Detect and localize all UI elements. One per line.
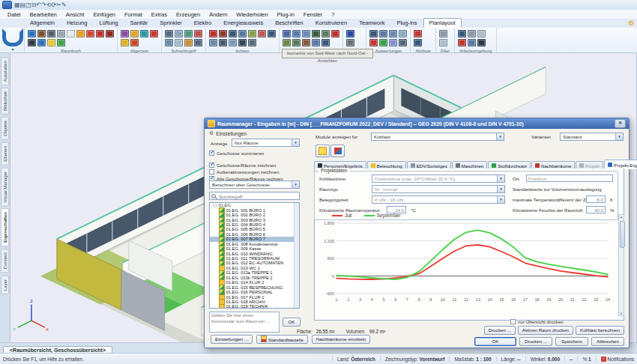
- side-tab[interactable]: Objekte: [1, 117, 9, 140]
- qat-tool-icon[interactable]: ↷: [41, 1, 46, 8]
- ribbon-tool-icon[interactable]: [302, 39, 310, 46]
- einstellungen-button[interactable]: Einstellungen ...: [211, 335, 253, 344]
- checkbox-box[interactable]: [209, 169, 214, 175]
- tdiff-field[interactable]: 8.0: [586, 195, 606, 203]
- settings-checkbox[interactable]: Geschosse/Räume zeichnen: [209, 163, 305, 168]
- side-tab[interactable]: Bibliothek: [1, 88, 9, 115]
- ribbon-tab[interactable]: Beschriften: [269, 18, 310, 28]
- ribbon-tab[interactable]: Planlayout: [423, 18, 462, 28]
- scroll-up-icon[interactable]: ▲: [619, 215, 624, 219]
- ribbon-tool-icon[interactable]: [389, 30, 397, 37]
- berechnen-select[interactable]: Berechnen über Geschosse: [209, 181, 300, 189]
- nachbarraeume-button[interactable]: Nachbarräume ermitteln: [312, 335, 370, 344]
- dialog-button[interactable]: Drucken ...: [484, 326, 516, 335]
- qat-tool-icon[interactable]: ▤: [20, 1, 26, 8]
- room-row[interactable]: 01.EG. 019 TECHNIK: [210, 304, 299, 309]
- ribbon-tool-icon[interactable]: [57, 30, 65, 37]
- side-tab[interactable]: Eigenschaften: [1, 208, 9, 246]
- side-tab[interactable]: Layer: [1, 276, 9, 294]
- ribbon-tool-icon[interactable]: [150, 30, 158, 37]
- dialog-button[interactable]: Aktiven Raum drucken: [518, 326, 573, 335]
- notification-button[interactable]: Notifications: [596, 357, 634, 362]
- ribbon-tool-icon[interactable]: [477, 30, 486, 37]
- checkbox-box[interactable]: [510, 319, 516, 324]
- settings-checkbox[interactable]: Außenabmessungen zeichnen: [209, 169, 305, 175]
- comment-ok-button[interactable]: OK: [283, 318, 301, 327]
- ribbon-tab[interactable]: Elektro: [188, 18, 217, 28]
- note-tool-button[interactable]: [316, 145, 330, 157]
- ribbon-tool-icon[interactable]: [458, 30, 466, 37]
- ribbon-tool-icon[interactable]: [28, 30, 36, 37]
- ribbon-tool-icon[interactable]: [312, 39, 320, 46]
- menu-item[interactable]: Einfügen: [88, 11, 120, 18]
- qat-tool-icon[interactable]: ✎: [61, 1, 67, 8]
- ribbon-tab[interactable]: Heizung: [61, 18, 94, 28]
- ribbon-tool-icon[interactable]: [238, 39, 247, 46]
- side-tab[interactable]: Ebenen: [1, 142, 9, 166]
- ribbon-tool-icon[interactable]: [468, 39, 476, 46]
- dialog-button[interactable]: OK: [474, 337, 516, 346]
- dialog-button[interactable]: Drucken ...: [519, 337, 552, 346]
- ribbon-tool-icon[interactable]: [209, 39, 217, 46]
- qat-tool-icon[interactable]: ◳: [25, 1, 31, 8]
- ribbon-tool-icon[interactable]: [399, 30, 407, 37]
- standardbauteile-button[interactable]: Standardbauteile: [256, 335, 308, 344]
- ribbon-tool-icon[interactable]: [140, 30, 148, 37]
- search-input[interactable]: [217, 192, 298, 201]
- ribbon-tab[interactable]: Allgemein: [24, 18, 61, 28]
- kuehllastzone-select[interactable]: Küstenklima (max. 29°C/Mittel 22.9 °C): [372, 175, 505, 183]
- dialog-button[interactable]: Abbrechen: [591, 337, 624, 346]
- belegung-select[interactable]: 8 Uhr - 16 Uhr: [372, 195, 505, 204]
- ribbon-tool-icon[interactable]: [346, 39, 354, 46]
- ribbon-tool-icon[interactable]: [238, 30, 247, 37]
- ribbon-tool-icon[interactable]: [130, 30, 139, 37]
- feuchte-field[interactable]: 40.0: [586, 206, 606, 213]
- ribbon-tool-icon[interactable]: [76, 30, 85, 37]
- ribbon-tool-icon[interactable]: [389, 39, 397, 46]
- ribbon-tool-icon[interactable]: [121, 30, 129, 37]
- ribbon-tool-icon[interactable]: [57, 39, 65, 46]
- ribbon-tool-icon[interactable]: [165, 39, 173, 46]
- ort-field[interactable]: Frankfurt: [526, 175, 613, 182]
- dialog-titlebar[interactable]: Raummanager - Eingaben in [m] - DIN [___…: [205, 118, 629, 129]
- menu-item[interactable]: Extras: [147, 11, 172, 18]
- ribbon-tool-icon[interactable]: [268, 30, 276, 37]
- menu-item[interactable]: Format: [120, 11, 147, 18]
- ribbon-tab[interactable]: Konstruieren: [310, 18, 354, 28]
- scroll-down-icon[interactable]: ▼: [619, 312, 624, 315]
- checkbox-box[interactable]: [209, 163, 214, 168]
- ribbon-tool-icon[interactable]: [439, 39, 447, 46]
- module-select[interactable]: Kühllast: [371, 133, 504, 141]
- menu-item[interactable]: Erzeugen: [172, 11, 205, 18]
- gear-icon[interactable]: ⚙: [628, 19, 634, 27]
- ribbon-tab[interactable]: Sanitär: [124, 18, 154, 28]
- qat-tool-icon[interactable]: ⟲: [46, 1, 52, 8]
- menu-item[interactable]: Ändern: [205, 11, 232, 18]
- ribbon-tool-icon[interactable]: [229, 39, 237, 46]
- ribbon-tool-icon[interactable]: [379, 39, 387, 46]
- menu-item[interactable]: Bearbeiten: [25, 11, 61, 18]
- ribbon-tool-icon[interactable]: [106, 30, 114, 37]
- ribbon-tool-icon[interactable]: [121, 39, 129, 46]
- ribbon-tool-icon[interactable]: [194, 30, 202, 37]
- side-tab[interactable]: Connect: [1, 249, 9, 273]
- print-overview-checkbox[interactable]: nur Übersicht drucken: [510, 319, 564, 324]
- room-list[interactable]: 01.EG 01.EG. 001 BÜRO 1 01.EG. 002 BÜRO …: [209, 202, 300, 309]
- ribbon-tool-icon[interactable]: [175, 39, 183, 46]
- ribbon-tool-icon[interactable]: [346, 30, 354, 37]
- ribbon-tool-icon[interactable]: [321, 30, 330, 37]
- ribbon-tool-icon[interactable]: [47, 30, 55, 37]
- ribbon-tool-icon[interactable]: [47, 39, 55, 46]
- side-tab[interactable]: Ausstatten: [1, 57, 9, 85]
- ribbon-tool-icon[interactable]: [96, 30, 104, 37]
- ribbon-tool-icon[interactable]: [86, 30, 94, 37]
- ribbon-tool-icon[interactable]: [37, 39, 46, 46]
- ribbon-tool-icon[interactable]: [414, 30, 422, 37]
- chart-scrollbar[interactable]: ▲ ▼: [618, 214, 624, 316]
- ribbon-tool-icon[interactable]: [219, 30, 227, 37]
- menu-item[interactable]: Datei: [3, 11, 25, 18]
- ribbon-tool-icon[interactable]: [130, 39, 139, 46]
- ribbon-tool-icon[interactable]: [321, 39, 330, 46]
- ribbon-tool-icon[interactable]: [184, 39, 193, 46]
- ribbon-tool-icon[interactable]: [369, 39, 378, 46]
